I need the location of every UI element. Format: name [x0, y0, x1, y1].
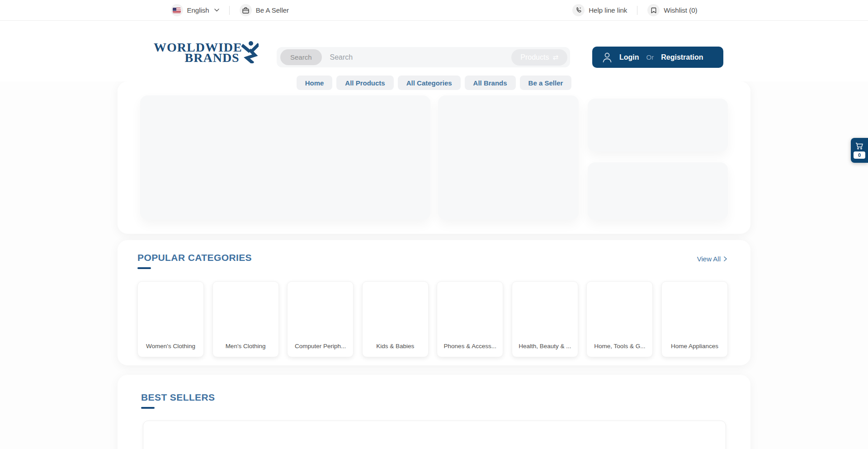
view-all-link[interactable]: View All	[697, 255, 727, 263]
main-nav: Home All Products All Categories All Bra…	[0, 76, 868, 90]
best-sellers-title: BEST SELLERS	[141, 392, 727, 403]
hero-banner-placeholder-small-bottom[interactable]	[588, 162, 728, 220]
nav-item-all-products[interactable]: All Products	[336, 76, 393, 90]
category-label: Phones & Access...	[437, 343, 503, 350]
category-card-home-tools-garden[interactable]: Home, Tools & G...	[586, 281, 653, 357]
topbar-divider	[637, 6, 637, 15]
nav-item-all-categories[interactable]: All Categories	[398, 76, 461, 90]
search-scope-button[interactable]: Products ⇄	[511, 49, 567, 66]
category-card-home-appliances[interactable]: Home Appliances	[661, 281, 728, 357]
title-underline	[141, 407, 155, 409]
category-card-phones-accessories[interactable]: Phones & Access...	[437, 281, 503, 357]
category-label: Men's Clothing	[213, 343, 278, 350]
chevron-down-icon	[214, 9, 219, 12]
cart-button[interactable]: 0	[851, 138, 868, 163]
category-card-health-beauty[interactable]: Health, Beauty & ...	[512, 281, 578, 357]
bookmark-icon	[647, 4, 660, 16]
view-all-label: View All	[697, 255, 721, 263]
best-sellers-section: BEST SELLERS	[118, 375, 750, 449]
header: WORLDWIDE BRANDS Search Products ⇄ Login…	[0, 21, 868, 81]
nav-item-all-brands[interactable]: All Brands	[465, 76, 516, 90]
category-card-kids-babies[interactable]: Kids & Babies	[362, 281, 429, 357]
logo-figure-icon	[241, 41, 259, 63]
hero-banner-right-column	[588, 95, 728, 220]
help-line-label: Help line link	[589, 6, 627, 14]
topbar: English Be A Seller Help line link	[0, 0, 868, 21]
category-label: Kids & Babies	[363, 343, 428, 350]
hero-banner-section	[118, 81, 750, 234]
cart-count-badge: 0	[854, 151, 865, 159]
hero-banner-placeholder-small-top[interactable]	[588, 99, 728, 151]
category-label: Home Appliances	[662, 343, 727, 350]
user-icon	[602, 52, 612, 63]
wishlist-label: Wishlist (0)	[664, 6, 697, 14]
topbar-inner: English Be A Seller Help line link	[171, 0, 698, 20]
popular-categories-section: POPULAR CATEGORIES View All Women's Clot…	[118, 240, 750, 365]
category-card-computer-peripherals[interactable]: Computer Periph...	[287, 281, 354, 357]
swap-arrows-icon: ⇄	[552, 53, 558, 61]
auth-pill: Login Or Registration	[592, 47, 723, 68]
brand-logo-text: WORLDWIDE BRANDS	[154, 43, 242, 63]
search-scope-label: Products	[520, 53, 549, 61]
chevron-right-icon	[724, 256, 727, 261]
be-a-seller-label: Be A Seller	[256, 6, 289, 14]
category-label: Health, Beauty & ...	[512, 343, 578, 350]
briefcase-icon	[240, 4, 252, 16]
category-label: Home, Tools & G...	[587, 343, 652, 350]
logo-line2: BRANDS	[154, 53, 242, 63]
category-label: Computer Periph...	[288, 343, 353, 350]
topbar-left-group: English Be A Seller	[171, 4, 289, 16]
brand-logo[interactable]: WORLDWIDE BRANDS	[154, 43, 259, 63]
login-button[interactable]: Login	[619, 53, 639, 61]
topbar-divider	[229, 6, 230, 15]
phone-icon	[572, 4, 585, 16]
search-input[interactable]	[322, 47, 512, 67]
registration-button[interactable]: Registration	[661, 53, 703, 61]
help-line-link[interactable]: Help line link	[572, 4, 627, 16]
search-bar: Search Products ⇄	[277, 47, 570, 67]
hero-banner-placeholder-large[interactable]	[140, 95, 430, 220]
search-button[interactable]: Search	[280, 49, 322, 65]
category-card-womens-clothing[interactable]: Women's Clothing	[137, 281, 204, 357]
category-card-row: Women's Clothing Men's Clothing Computer…	[137, 281, 728, 357]
language-switcher[interactable]: English	[171, 4, 219, 16]
us-flag-icon	[171, 4, 183, 16]
hero-banner-placeholder-medium[interactable]	[438, 95, 579, 220]
title-underline	[137, 267, 151, 269]
wishlist-link[interactable]: Wishlist (0)	[647, 4, 697, 16]
category-label: Women's Clothing	[138, 343, 203, 350]
category-card-mens-clothing[interactable]: Men's Clothing	[212, 281, 279, 357]
language-label: English	[187, 6, 209, 14]
popular-categories-title: POPULAR CATEGORIES	[137, 252, 728, 263]
best-sellers-placeholder-card	[143, 421, 726, 449]
auth-or-label: Or	[646, 53, 654, 61]
nav-item-home[interactable]: Home	[297, 76, 333, 90]
nav-item-be-a-seller[interactable]: Be a Seller	[520, 76, 572, 90]
be-a-seller-link[interactable]: Be A Seller	[240, 4, 289, 16]
topbar-right-group: Help line link Wishlist (0)	[572, 4, 697, 16]
cart-icon	[855, 142, 863, 150]
